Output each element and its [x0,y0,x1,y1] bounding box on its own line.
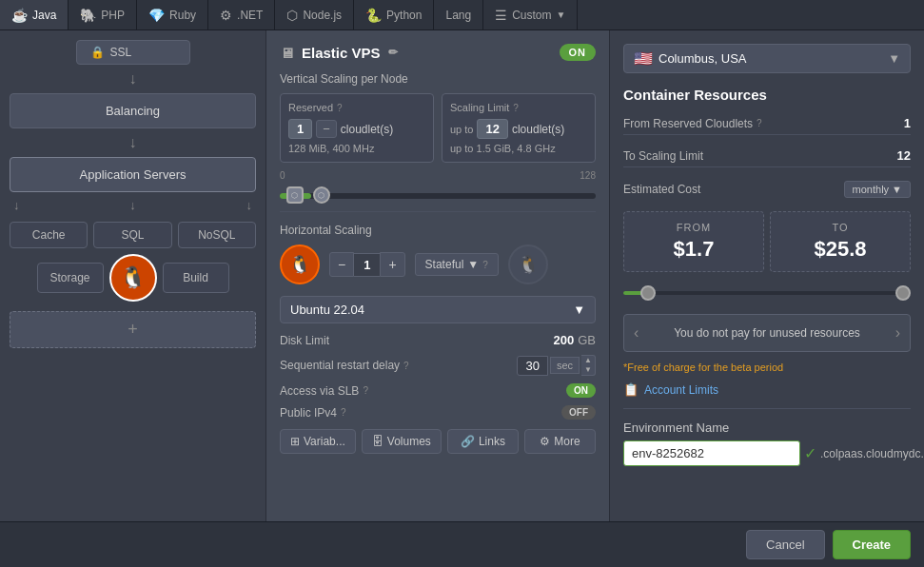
from-cloudlets-label: From Reserved Cloudlets ? [623,117,762,130]
from-cloudlets-val: 1 [904,116,911,130]
variables-button[interactable]: ⊞ Variab... [280,429,356,454]
info-box: ‹ You do not pay for unused resources › [623,314,911,352]
slider-nums: 0 128 [280,170,596,181]
price-slider-left-thumb[interactable] [640,285,656,301]
links-button[interactable]: 🔗 Links [447,429,519,454]
seq-restart-help-icon[interactable]: ? [403,361,409,371]
scaling-limit-help-icon[interactable]: ? [513,103,519,113]
scaling-num: 12 [477,119,507,139]
price-slider-right-thumb[interactable] [895,285,911,301]
env-domain: .colpaas.cloudmydc.com [820,447,924,460]
cancel-button[interactable]: Cancel [746,530,824,559]
ssl-button[interactable]: 🔒 SSL [76,40,190,65]
time-unit: sec [550,357,580,374]
ipv4-help-icon[interactable]: ? [341,407,346,418]
footer: Cancel Create [0,521,924,567]
tab-custom[interactable]: ☰ Custom ▼ [483,0,578,29]
add-node-button[interactable]: + [10,311,256,348]
from-val: $1.7 [634,237,754,262]
slb-toggle[interactable]: ON [566,383,596,398]
main-layout: 🔒 SSL ↓ Balancing ↓ Application Servers … [0,30,924,567]
build-button[interactable]: Build [163,263,229,293]
location-bar[interactable]: 🇺🇸 Columbus, USA ▼ [623,44,911,73]
time-stepper[interactable]: ▲ ▼ [581,355,596,376]
tab-dotnet[interactable]: ⚙ .NET [208,0,275,29]
app-servers-block[interactable]: Application Servers [10,157,256,192]
links-icon: 🔗 [461,435,475,448]
storage-button[interactable]: Storage [37,263,104,293]
java-icon: ☕ [11,8,28,23]
h-scaling-label: Horizontal Scaling [280,224,596,237]
monthly-button[interactable]: monthly ▼ [844,181,911,198]
h-scaling-row: 🐧 − 1 + Stateful ▼ ? 🐧 [280,244,596,284]
node-row: Cache SQL NoSQL [10,222,256,248]
account-limits-link[interactable]: 📋 Account Limits [623,382,911,397]
reserved-minus-button[interactable]: − [316,120,337,138]
sql-button[interactable]: SQL [93,222,171,248]
balancing-block[interactable]: Balancing [10,93,256,128]
tab-php[interactable]: 🐘 PHP [69,0,137,29]
ubuntu-node-inactive: 🐧 [508,244,548,284]
slb-help-icon[interactable]: ? [363,385,368,396]
right-panel: 🇺🇸 Columbus, USA ▼ Container Resources F… [610,30,924,567]
disk-label: Disk Limit [280,334,329,347]
panel-title: 🖥 Elastic VPS ✏ [280,45,398,61]
os-dropdown[interactable]: Ubuntu 22.04 ▼ [280,296,596,323]
left-panel: 🔒 SSL ↓ Balancing ↓ Application Servers … [0,30,266,567]
estimated-cost-label: Estimated Cost [623,183,700,196]
stateful-help-icon[interactable]: ? [482,260,488,270]
nodejs-icon: ⬡ [286,8,298,23]
slb-label: Access via SLB ? [280,384,368,398]
stateful-button[interactable]: Stateful ▼ ? [415,253,499,276]
time-up-icon[interactable]: ▲ [581,356,595,365]
info-next-icon[interactable]: › [895,324,900,342]
ubuntu-node-icon[interactable]: 🐧 [109,254,157,302]
slider-area: 0 128 ⬡ ⬡ [280,170,596,205]
tab-ruby[interactable]: 💎 Ruby [137,0,208,29]
info-prev-icon[interactable]: ‹ [634,324,639,342]
cache-button[interactable]: Cache [10,222,88,248]
account-limits-anchor[interactable]: Account Limits [644,383,718,397]
scaling-cloudlet-row: up to 12 cloudlet(s) [450,119,587,139]
ipv4-row: Public IPv4 ? OFF [280,405,596,420]
scaling-section-label: Vertical Scaling per Node [280,72,596,86]
price-slider[interactable] [623,285,911,301]
ipv4-toggle[interactable]: OFF [561,405,596,420]
price-cards: FROM $1.7 TO $25.8 [623,211,911,272]
node-count-minus[interactable]: − [329,252,354,277]
os-dropdown-icon: ▼ [573,303,585,317]
node-count-plus[interactable]: + [380,252,404,277]
to-scaling-val: 12 [897,148,911,163]
tab-nodejs[interactable]: ⬡ Node.js [275,0,354,29]
slb-row: Access via SLB ? ON [280,383,596,398]
account-limits-icon: 📋 [623,382,639,397]
reserved-help-icon[interactable]: ? [337,103,343,113]
create-button[interactable]: Create [833,530,911,559]
container-resources-title: Container Resources [623,87,911,103]
scaling-handle[interactable]: ⬡ [313,186,330,204]
from-price-card: FROM $1.7 [623,211,764,272]
seq-restart-row: Sequential restart delay ? 30 sec ▲ ▼ [280,355,596,376]
on-toggle[interactable]: ON [560,44,597,61]
dotnet-icon: ⚙ [220,8,232,23]
to-scaling-label: To Scaling Limit [623,149,703,163]
bottom-buttons: ⊞ Variab... 🗄 Volumes 🔗 Links ⚙ More [280,429,596,454]
ipv4-label: Public IPv4 ? [280,406,346,420]
more-button[interactable]: ⚙ More [524,429,596,454]
env-name-input[interactable] [623,440,800,466]
edit-icon[interactable]: ✏ [388,46,398,59]
custom-dropdown-icon: ▼ [557,10,566,20]
tab-java[interactable]: ☕ Java [0,0,69,29]
tab-lang[interactable]: Lang [434,0,483,29]
reserved-handle[interactable]: ⬡ [286,186,304,204]
center-arrow-icon: ↓ [129,198,136,212]
from-cloudlets-help-icon[interactable]: ? [757,118,762,128]
cloudlet-slider[interactable]: ⬡ ⬡ [280,186,596,205]
slider-handles: ⬡ ⬡ [286,186,330,204]
time-down-icon[interactable]: ▼ [581,365,595,375]
nosql-button[interactable]: NoSQL [178,222,256,248]
volumes-button[interactable]: 🗄 Volumes [362,429,442,454]
divider-1 [280,211,596,212]
env-input-row: ✓ .colpaas.cloudmydc.com [623,440,911,466]
tab-python[interactable]: 🐍 Python [354,0,434,29]
